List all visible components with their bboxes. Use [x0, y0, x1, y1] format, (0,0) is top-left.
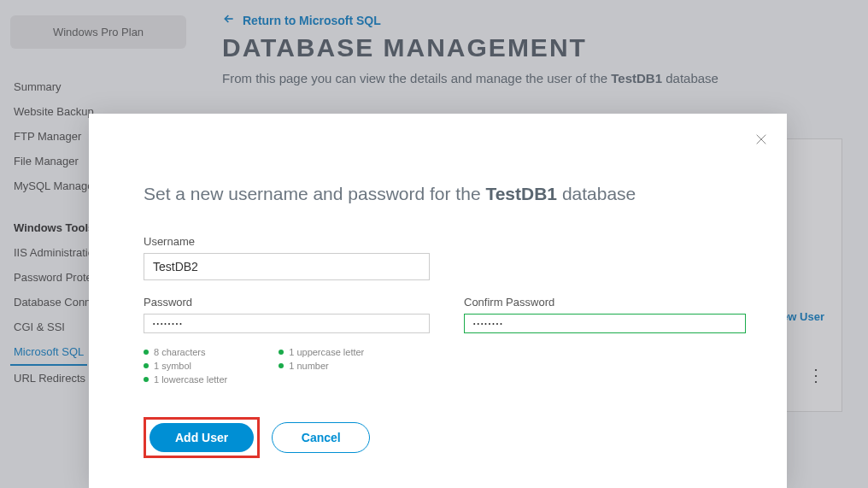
confirm-password-input[interactable]: [464, 314, 746, 333]
password-requirements: 8 characters 1 symbol 1 lowercase letter…: [144, 345, 430, 386]
check-dot-icon: [144, 377, 149, 382]
check-dot-icon: [144, 350, 149, 355]
username-input[interactable]: [144, 253, 430, 280]
password-input[interactable]: [144, 314, 430, 333]
confirm-password-label: Confirm Password: [464, 296, 746, 309]
cancel-button[interactable]: Cancel: [272, 422, 370, 453]
req-item: 8 characters: [144, 345, 227, 359]
req-item: 1 lowercase letter: [144, 373, 227, 386]
modal-title: Set a new username and password for the …: [144, 184, 732, 204]
username-label: Username: [144, 235, 430, 248]
check-dot-icon: [279, 363, 284, 368]
close-icon[interactable]: [754, 132, 768, 150]
req-item: 1 uppercase letter: [279, 345, 364, 359]
check-dot-icon: [144, 363, 149, 368]
add-user-button[interactable]: Add User: [150, 423, 254, 452]
add-user-modal: Set a new username and password for the …: [89, 114, 787, 488]
password-label: Password: [144, 296, 430, 309]
req-item: 1 number: [279, 359, 364, 373]
req-item: 1 symbol: [144, 359, 227, 373]
check-dot-icon: [279, 350, 284, 355]
add-user-highlight: Add User: [144, 417, 260, 458]
